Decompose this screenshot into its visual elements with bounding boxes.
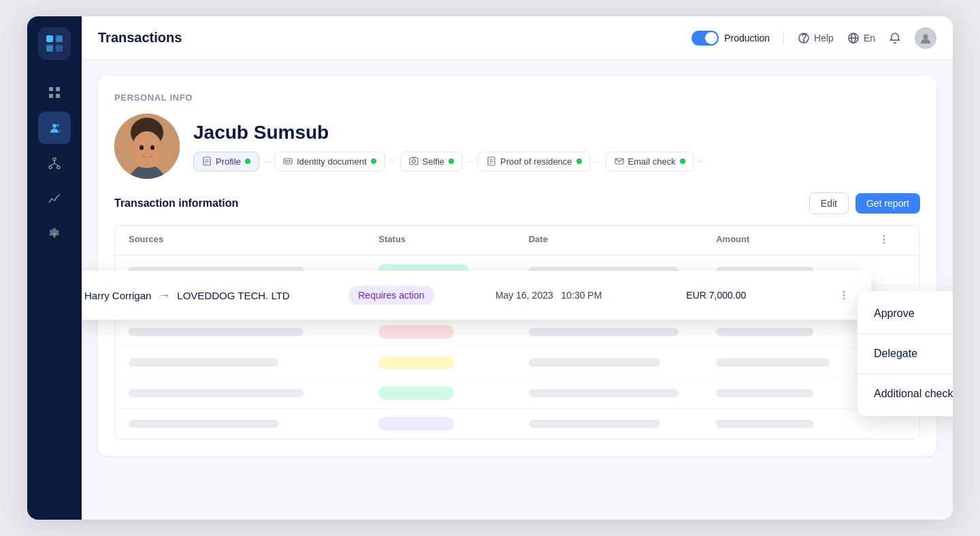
personal-info-row: Jacub Sumsub Profile [114, 114, 920, 179]
tab-selfie[interactable]: Selfie [400, 152, 463, 171]
svg-point-12 [57, 166, 60, 169]
sender-name: Harry Corrigan [84, 290, 151, 301]
sidebar [27, 16, 82, 520]
dropdown-approve[interactable]: Approve [858, 297, 953, 331]
svg-rect-4 [49, 87, 53, 91]
svg-rect-5 [56, 87, 60, 91]
skeleton-amount [716, 420, 813, 428]
user-name: Jacub Sumsub [193, 122, 706, 144]
skeleton-date [529, 328, 679, 336]
toggle-switch[interactable] [691, 31, 719, 46]
sidebar-item-tree[interactable] [38, 147, 71, 180]
svg-point-8 [52, 124, 56, 128]
svg-rect-7 [56, 94, 60, 98]
floating-row: Harry Corrigan → LOVEDDOG TECH. LTD Requ… [82, 271, 871, 320]
separator3: ··· [467, 156, 474, 166]
residence-icon [487, 156, 496, 166]
table-row[interactable] [115, 348, 919, 378]
user-info: Jacub Sumsub Profile [193, 122, 706, 171]
app-container: Transactions Production Help [27, 16, 953, 520]
residence-status-dot [576, 158, 582, 164]
skeleton-sources [129, 328, 304, 336]
svg-rect-0 [46, 35, 53, 42]
table-row[interactable] [115, 317, 919, 348]
topbar-separator [783, 31, 784, 45]
edit-button[interactable]: Edit [809, 192, 849, 214]
skeleton-sources [129, 389, 304, 397]
email-status-dot [680, 158, 685, 164]
col-date: Date [529, 234, 717, 247]
tab-residence-label: Proof of residence [500, 156, 572, 167]
transaction-title: Transaction information [114, 197, 238, 210]
tab-profile[interactable]: Profile [193, 152, 259, 171]
production-toggle[interactable]: Production [691, 31, 770, 46]
sidebar-item-analytics[interactable] [38, 182, 71, 215]
avatar-icon [919, 32, 932, 44]
main-card: Personal info [98, 76, 936, 456]
header-buttons: Edit Get report [809, 192, 920, 214]
sidebar-item-grid[interactable] [38, 76, 71, 109]
skeleton-status [378, 386, 453, 400]
get-report-button[interactable]: Get report [855, 193, 920, 214]
tab-email[interactable]: Email check [606, 152, 694, 171]
topbar: Transactions Production Help [82, 16, 953, 60]
tab-profile-label: Profile [216, 156, 241, 167]
svg-rect-2 [46, 45, 53, 52]
tab-identity[interactable]: Identity document [274, 152, 385, 171]
col-sources: Sources [129, 234, 378, 247]
transaction-status: Requires action [348, 286, 495, 305]
sidebar-item-settings[interactable] [38, 218, 71, 250]
svg-point-46 [883, 242, 885, 244]
content-area: Personal info [82, 60, 953, 520]
arrow-icon: → [158, 288, 170, 303]
language-button[interactable]: En [847, 32, 875, 44]
more-dots-icon [838, 290, 849, 301]
col-amount: Amount [716, 234, 879, 247]
dropdown-delegate[interactable]: Delegate [858, 337, 953, 371]
table-row[interactable] [115, 378, 919, 409]
skeleton-status [378, 325, 453, 339]
notification-button[interactable] [889, 32, 901, 44]
selfie-icon [409, 156, 419, 166]
separator4: ··· [595, 156, 602, 166]
doc-tabs: Profile ··· [193, 152, 706, 171]
sidebar-item-users[interactable] [38, 112, 71, 144]
skeleton-date [529, 358, 660, 367]
help-button[interactable]: Help [798, 32, 834, 44]
help-icon [798, 32, 810, 44]
page-title: Transactions [98, 30, 691, 46]
transaction-amount: EUR 7,000.00 [686, 290, 833, 301]
sidebar-logo[interactable] [38, 27, 71, 60]
skeleton-sources [129, 358, 278, 367]
user-avatar[interactable] [915, 27, 936, 49]
col-status: Status [378, 234, 528, 247]
sidebar-nav [27, 76, 82, 250]
transaction-header: Transaction information Edit Get report [114, 192, 920, 214]
skeleton-amount [716, 358, 830, 367]
skeleton-status [378, 417, 453, 431]
tab-identity-label: Identity document [297, 156, 367, 167]
svg-point-38 [412, 160, 415, 163]
skeleton-sources [129, 420, 278, 428]
svg-point-26 [150, 146, 154, 150]
selfie-status-dot [448, 158, 454, 164]
table-header: Sources Status Date Amount [115, 226, 919, 256]
table-row[interactable] [115, 409, 919, 439]
svg-rect-6 [49, 94, 53, 98]
tab-selfie-label: Selfie [423, 156, 445, 167]
email-icon [615, 156, 624, 166]
production-label: Production [724, 33, 770, 44]
transaction-table: Sources Status Date Amount [114, 225, 920, 439]
more-icon [879, 234, 889, 245]
skeleton-date [529, 420, 660, 428]
svg-point-10 [53, 158, 56, 161]
id-icon [283, 156, 293, 166]
svg-point-47 [843, 291, 845, 293]
dropdown-divider [858, 333, 953, 334]
tab-residence[interactable]: Proof of residence [478, 152, 591, 171]
tab-email-label: Email check [628, 156, 676, 167]
svg-rect-37 [410, 158, 418, 165]
profile-icon [202, 156, 212, 166]
row-more-button[interactable] [833, 284, 855, 306]
dropdown-additional-check[interactable]: Additional check [858, 377, 953, 411]
